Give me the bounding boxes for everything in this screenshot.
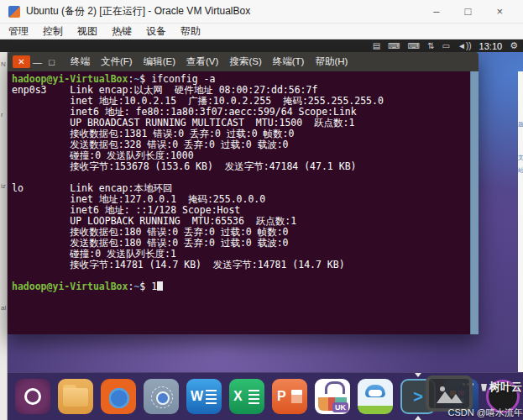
terminal-close-button[interactable]: ✕ xyxy=(13,55,30,68)
terminal-menu-item-1[interactable]: 编辑(E) xyxy=(144,55,175,68)
vbox-menu-item-4[interactable]: 设备 xyxy=(146,24,166,39)
firefox-dock-item[interactable] xyxy=(101,379,136,414)
background-window-text: 文 xyxy=(518,154,523,162)
window-controls: – □ × xyxy=(433,5,515,18)
vbox-menu-item-0[interactable]: 管理 xyxy=(8,24,29,39)
ubuntu-launcher-dock-item[interactable] xyxy=(15,379,50,414)
background-window-text: r xyxy=(1,111,3,118)
terminal-menu-item-3[interactable]: 搜索(S) xyxy=(229,55,261,68)
background-window-text: iz xyxy=(1,182,6,190)
watermark-brand-text: 树叶云 xyxy=(489,380,522,395)
terminal-line: 接收字节:153678 (153.6 KB) 发送字节:47184 (47.1 … xyxy=(12,161,470,172)
terminal-line: 接收字节:14781 (14.7 KB) 发送字节:14781 (14.7 KB… xyxy=(12,260,470,270)
terminal-line: hadoop@yi-VirtualBox:~$ 1 xyxy=(12,281,470,292)
background-window-text: N xyxy=(1,60,6,68)
terminal-scrollbar[interactable] xyxy=(470,71,479,334)
terminal-menu-item-0[interactable]: 文件(F) xyxy=(101,55,133,68)
watermark: 树叶云 CSDN @嘻水流年 xyxy=(417,372,523,420)
network-updown-icon[interactable]: ⇅ xyxy=(427,39,434,52)
volume-icon[interactable]: ◄)) xyxy=(458,39,472,52)
input-method-icon[interactable]: ▤ xyxy=(373,39,380,52)
excel-glyph: X xyxy=(233,389,243,404)
circle-app-dock-item[interactable] xyxy=(144,379,179,414)
terminal-titlebar[interactable]: ✕ — □ 终端 文件(F)编辑(E)查看(V)搜索(S)终端(T)帮助(H) xyxy=(8,52,479,71)
window-title: Ubuntu (备份 2) [正在运行] - Oracle VM Virtual… xyxy=(26,4,250,18)
minimize-button[interactable]: – xyxy=(433,5,439,18)
session-gear-icon[interactable]: ⚙ xyxy=(510,40,518,51)
terminal-app-title: 终端 xyxy=(71,55,90,68)
right-edge-host-window: 题文站 xyxy=(518,71,523,372)
vbox-menu-item-2[interactable]: 视图 xyxy=(77,24,97,39)
background-window-text: 站 xyxy=(518,166,523,175)
bucket-icon xyxy=(480,384,488,391)
virtualbox-window: Ubuntu (备份 2) [正在运行] - Oracle VM Virtual… xyxy=(0,0,523,420)
uk-software-glyph: UK xyxy=(332,402,348,412)
robot-app-dock-item[interactable] xyxy=(358,379,393,414)
vm-desktop: ▤⌨⌨⇅▭◄)) 13:10 ⚙ Nrizal 题文站 ✕ — □ 终端 文件(… xyxy=(0,39,523,420)
background-window-text: 题 xyxy=(518,120,523,129)
left-edge-host-window: Nrizal xyxy=(0,52,8,420)
powerpoint-dock-item[interactable]: P xyxy=(272,379,307,414)
background-window-text: al xyxy=(1,304,6,312)
vbox-menu-item-3[interactable]: 热键 xyxy=(112,24,132,39)
vbox-menubar: 管理控制视图热键设备帮助 xyxy=(0,24,523,39)
maximize-button[interactable]: □ xyxy=(465,5,472,18)
ubuntu-top-panel: ▤⌨⌨⇅▭◄)) 13:10 ⚙ xyxy=(0,39,523,52)
word-dock-item[interactable]: W xyxy=(186,379,222,414)
terminal-output[interactable]: hadoop@yi-VirtualBox:~$ ifconfig -aenp0s… xyxy=(8,71,470,334)
keyboard-icon[interactable]: ⌨ xyxy=(388,39,400,52)
battery-icon[interactable]: ▭ xyxy=(442,39,450,52)
vbox-menu-item-5[interactable]: 帮助 xyxy=(180,24,201,39)
vbox-menu-item-1[interactable]: 控制 xyxy=(43,24,63,39)
clock[interactable]: 13:10 xyxy=(479,41,503,51)
terminal-minimize-button[interactable]: — xyxy=(30,57,44,67)
mountain-photo-icon xyxy=(435,383,463,405)
files-dock-item[interactable] xyxy=(58,379,93,414)
excel-dock-item[interactable]: X xyxy=(229,379,264,414)
onboard-keyboard-icon[interactable]: ⌨ xyxy=(408,39,420,52)
terminal-cursor xyxy=(157,281,163,291)
close-button[interactable]: × xyxy=(496,5,503,18)
watermark-brand: 树叶云 xyxy=(480,380,522,395)
word-glyph: W xyxy=(191,389,203,404)
terminal-maximize-button[interactable]: □ xyxy=(44,57,59,67)
terminal-menu-item-5[interactable]: 帮助(H) xyxy=(315,55,348,68)
powerpoint-glyph: P xyxy=(277,389,286,404)
vbox-titlebar: Ubuntu (备份 2) [正在运行] - Oracle VM Virtual… xyxy=(0,0,523,24)
terminal-menu-item-2[interactable]: 查看(V) xyxy=(186,55,218,68)
terminal-menu-item-4[interactable]: 终端(T) xyxy=(273,55,305,68)
uk-software-dock-item[interactable]: UK xyxy=(315,379,350,414)
virtualbox-logo-icon xyxy=(8,6,20,18)
terminal-window: ✕ — □ 终端 文件(F)编辑(E)查看(V)搜索(S)终端(T)帮助(H) … xyxy=(8,52,479,334)
watermark-credit: CSDN @嘻水流年 xyxy=(448,407,523,419)
panel-indicator-icons: ▤⌨⌨⇅▭◄)) xyxy=(373,39,472,52)
terminal-menubar: 文件(F)编辑(E)查看(V)搜索(S)终端(T)帮助(H) xyxy=(101,55,348,68)
